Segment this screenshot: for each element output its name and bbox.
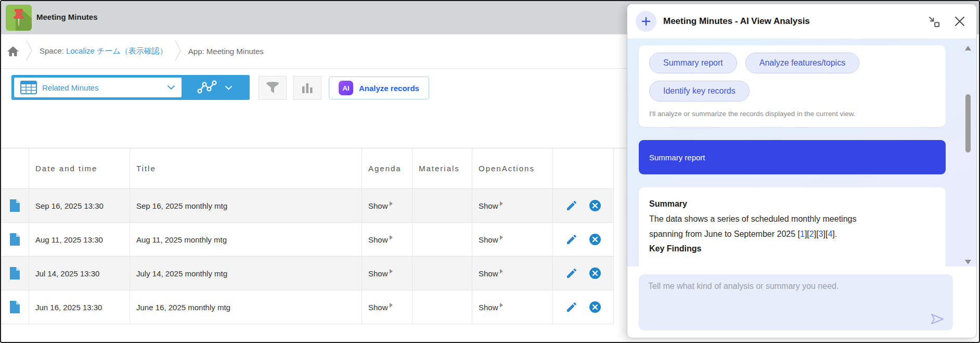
delete-record-button[interactable]	[589, 301, 601, 313]
edit-record-button[interactable]	[565, 267, 578, 280]
cell-materials	[412, 257, 472, 290]
close-panel-button[interactable]	[953, 15, 966, 28]
analyze-records-button[interactable]: AI Analyze records	[329, 77, 429, 99]
table-row[interactable]: Sep 16, 2025 13:30 Sep 16, 2025 monthly …	[1, 189, 614, 223]
cell-date: Sep 16, 2025 13:30	[29, 189, 130, 222]
record-icon[interactable]	[1, 223, 29, 256]
cell-materials	[412, 223, 472, 256]
show-link[interactable]: Show	[368, 269, 388, 278]
header-actions-col	[553, 148, 614, 188]
cell-open-actions[interactable]: Show	[472, 257, 553, 290]
send-button[interactable]	[930, 313, 945, 325]
edit-record-button[interactable]	[565, 301, 578, 313]
citation-link[interactable]: 2	[807, 230, 816, 238]
line-graph-icon	[197, 80, 217, 95]
screen: Meeting Minutes Space: Localize チーム（表示確認…	[0, 0, 980, 343]
chevron-down-icon	[167, 83, 175, 92]
summary-line2-text: spanning from June to September 2025	[649, 230, 798, 238]
chip-identify-records[interactable]: Identify key records	[649, 81, 750, 101]
header-title[interactable]: Title	[130, 148, 362, 188]
breadcrumb-space-link[interactable]: Localize チーム（表示確認）	[66, 46, 167, 55]
record-icon[interactable]	[1, 189, 29, 222]
breadcrumb-separator-icon	[175, 39, 181, 64]
summary-line1: The data shows a series of scheduled mon…	[649, 211, 935, 226]
cell-agenda[interactable]: Show	[362, 223, 412, 256]
table-grid-icon	[20, 81, 37, 94]
analyze-records-label: Analyze records	[359, 84, 419, 93]
show-link[interactable]: Show	[479, 201, 498, 210]
cell-title: Aug 11, 2025 monthly mtg	[130, 223, 362, 256]
view-selector[interactable]: Related Minutes	[11, 75, 250, 100]
cell-agenda[interactable]: Show	[362, 189, 412, 222]
document-icon	[10, 233, 20, 246]
header-open-actions[interactable]: OpenActions	[472, 148, 553, 188]
record-icon[interactable]	[1, 257, 29, 290]
scrollbar-thumb[interactable]	[965, 94, 971, 153]
cell-date: Aug 11, 2025 13:30	[29, 223, 130, 256]
pencil-icon	[565, 233, 578, 246]
cell-title: June 16, 2025 monthly mtg	[130, 290, 362, 324]
summary-line2-period: .	[835, 230, 837, 238]
cell-open-actions[interactable]: Show	[472, 290, 553, 324]
suggestions-card: Summary report Analyze features/topics I…	[639, 45, 946, 127]
panel-scrollbar	[964, 45, 972, 265]
cell-agenda[interactable]: Show	[362, 290, 412, 324]
filter-button[interactable]	[259, 76, 287, 100]
app-icon[interactable]	[6, 5, 32, 31]
header-materials[interactable]: Materials	[412, 148, 472, 188]
record-icon[interactable]	[1, 290, 29, 324]
bar-chart-icon	[301, 81, 314, 95]
delete-record-button[interactable]	[589, 268, 601, 279]
expand-triangle-icon	[500, 303, 503, 308]
breadcrumb-separator-icon	[26, 39, 32, 64]
circle-x-icon	[589, 268, 601, 279]
table-row[interactable]: Aug 11, 2025 13:30 Aug 11, 2025 monthly …	[1, 223, 614, 257]
header-date[interactable]: Date and time	[29, 148, 130, 188]
prompt-input-area	[639, 274, 953, 331]
breadcrumb-space: Space: Localize チーム（表示確認）	[40, 46, 167, 56]
new-chat-button[interactable]	[636, 11, 656, 32]
show-link[interactable]: Show	[479, 269, 498, 278]
cell-open-actions[interactable]: Show	[472, 189, 553, 222]
chip-summary-report[interactable]: Summary report	[649, 53, 737, 73]
show-link[interactable]: Show	[368, 201, 388, 210]
header-icon-col	[1, 148, 29, 188]
home-icon[interactable]	[7, 46, 19, 56]
table-row[interactable]: Jun 16, 2025 13:30 June 16, 2025 monthly…	[1, 290, 614, 324]
edit-record-button[interactable]	[565, 233, 578, 246]
citation-link[interactable]: 1	[798, 230, 807, 238]
table-header-row: Date and time Title Agenda Materials Ope…	[1, 148, 614, 189]
scroll-up-arrow[interactable]	[965, 46, 971, 50]
prompt-input[interactable]	[648, 282, 944, 316]
chart-button[interactable]	[293, 76, 321, 100]
collapse-panel-button[interactable]	[927, 15, 941, 29]
page-title: Meeting Minutes	[36, 1, 98, 34]
show-link[interactable]: Show	[368, 235, 388, 244]
ai-badge-icon: AI	[339, 81, 353, 95]
view-selector-current[interactable]: Related Minutes	[14, 78, 182, 97]
show-link[interactable]: Show	[479, 235, 498, 244]
graph-view-dropdown[interactable]	[182, 78, 247, 97]
citation-link[interactable]: 4	[826, 230, 835, 238]
pushpin-icon	[11, 8, 27, 29]
show-link[interactable]: Show	[479, 303, 498, 312]
expand-triangle-icon	[390, 235, 393, 240]
cell-agenda[interactable]: Show	[362, 257, 412, 290]
delete-record-button[interactable]	[589, 234, 601, 245]
circle-x-icon	[589, 234, 601, 245]
cell-actions	[553, 189, 614, 222]
breadcrumb-space-label: Space:	[40, 46, 64, 55]
delete-record-button[interactable]	[589, 200, 601, 211]
chip-analyze-features[interactable]: Analyze features/topics	[745, 53, 859, 73]
show-link[interactable]: Show	[368, 303, 388, 312]
funnel-icon	[265, 81, 280, 95]
header-agenda[interactable]: Agenda	[362, 148, 412, 188]
scroll-down-arrow[interactable]	[965, 260, 971, 264]
edit-record-button[interactable]	[565, 199, 578, 212]
cell-date: Jun 16, 2025 13:30	[29, 290, 130, 324]
cell-open-actions[interactable]: Show	[472, 223, 553, 256]
citation-link[interactable]: 3	[816, 230, 826, 238]
expand-triangle-icon	[390, 269, 393, 274]
table-row[interactable]: Jul 14, 2025 13:30 July 14, 2025 monthly…	[1, 257, 614, 290]
summary-line2: spanning from June to September 2025 123…	[649, 226, 935, 242]
